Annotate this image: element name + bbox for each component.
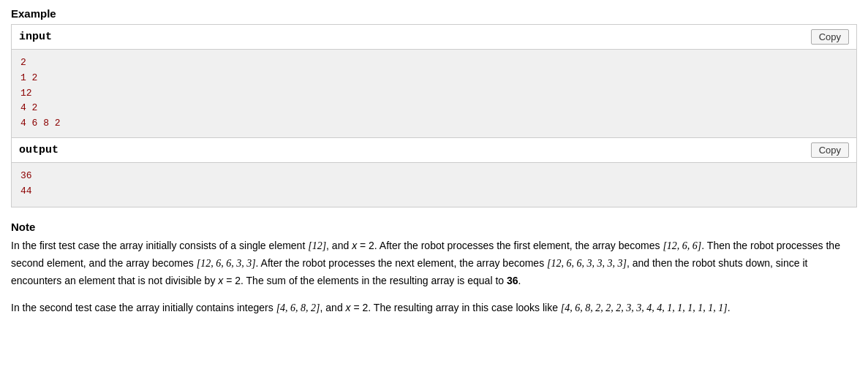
output-line: 44	[20, 184, 848, 199]
note-paragraph: In the second test case the array initia…	[11, 300, 857, 317]
input-line: 12	[20, 86, 848, 102]
input-line: 4 2	[20, 101, 848, 116]
example-heading: Example	[11, 7, 857, 20]
input-line: 4 6 8 2	[20, 116, 848, 131]
example-box: input Copy 21 2124 24 6 8 2 output Copy …	[11, 24, 857, 207]
output-line: 36	[20, 169, 848, 184]
output-label: output	[19, 144, 59, 156]
input-section-header: input Copy	[12, 25, 856, 50]
note-section: Note In the first test case the array in…	[11, 221, 857, 317]
output-section-header: output Copy	[12, 138, 856, 163]
copy-input-button[interactable]: Copy	[811, 29, 849, 45]
input-code-area: 21 2124 24 6 8 2	[12, 50, 856, 137]
input-line: 1 2	[20, 71, 848, 86]
copy-output-button[interactable]: Copy	[811, 142, 849, 158]
input-label: input	[19, 31, 52, 43]
input-line: 2	[20, 56, 848, 71]
note-paragraph: In the first test case the array initial…	[11, 237, 857, 289]
output-code-area: 3644	[12, 163, 856, 207]
note-text: In the first test case the array initial…	[11, 237, 857, 317]
note-heading: Note	[11, 221, 857, 233]
